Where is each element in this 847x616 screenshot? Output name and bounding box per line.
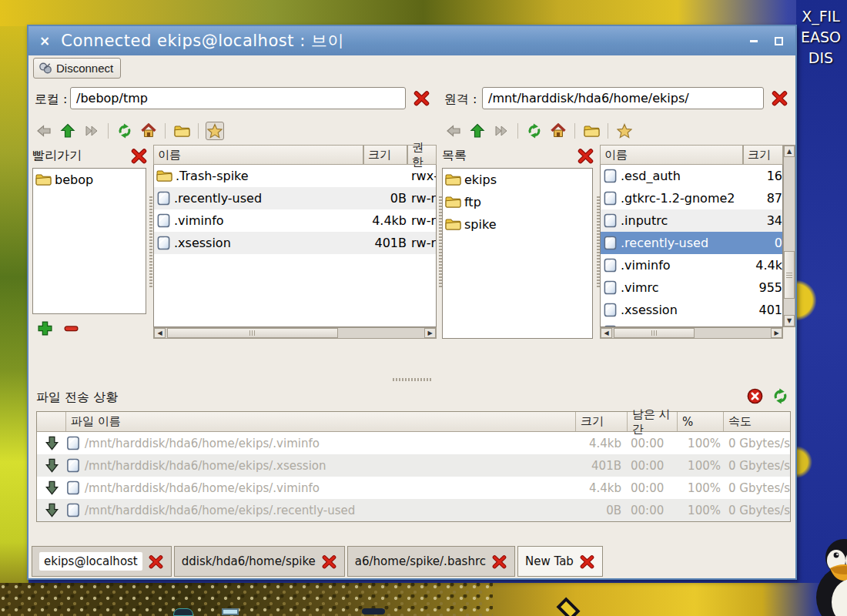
- bookmark-toggle-button[interactable]: [206, 122, 224, 140]
- file-name: .xsession: [621, 303, 748, 317]
- back-arrow-icon: [446, 123, 461, 139]
- column-header-perm[interactable]: 권한: [407, 145, 437, 165]
- column-header-speed[interactable]: 속도: [724, 412, 790, 431]
- transfer-row[interactable]: /mnt/harddisk/hda6/home/ekips/.recently-…: [37, 499, 790, 521]
- scroll-down-icon[interactable]: ▼: [784, 315, 795, 326]
- column-header-percent[interactable]: %: [678, 412, 724, 431]
- refresh-button[interactable]: [116, 122, 134, 140]
- file-icon: [603, 280, 618, 295]
- tab-close-icon[interactable]: [579, 554, 595, 569]
- titlebar[interactable]: × Connected ekips@localhost : 브이: [28, 26, 795, 55]
- local-path-input[interactable]: [70, 87, 406, 109]
- add-bookmark-button[interactable]: [37, 320, 53, 340]
- file-row[interactable]: .viminfo 4.4k: [601, 254, 782, 276]
- transfer-row[interactable]: /mnt/harddisk/hda6/home/ekips/.viminfo 4…: [37, 477, 790, 499]
- file-row[interactable]: .viminfo 4.4kb rw-r: [154, 209, 436, 232]
- taskbar-icon[interactable]: [362, 608, 385, 614]
- file-row[interactable]: .gtkrc-1.2-gnome2 87: [601, 187, 782, 209]
- directory-item[interactable]: spike: [443, 213, 592, 236]
- refresh-button[interactable]: [525, 122, 544, 140]
- taskbar-icon[interactable]: [222, 608, 239, 615]
- transfer-row[interactable]: /mnt/harddisk/hda6/home/ekips/.viminfo 4…: [37, 432, 790, 454]
- back-button[interactable]: [35, 122, 53, 140]
- scroll-right-icon[interactable]: ▶: [771, 328, 782, 338]
- cancel-transfer-button[interactable]: [747, 388, 763, 407]
- window-minimize-icon[interactable]: [750, 40, 758, 42]
- up-button[interactable]: [468, 122, 487, 140]
- horizontal-scrollbar[interactable]: ◀ ▶: [600, 327, 783, 339]
- file-row-partial[interactable]: [601, 321, 782, 327]
- taskbar-icon[interactable]: [173, 608, 193, 616]
- tab-session-3[interactable]: a6/home/spike/.bashrc: [347, 546, 515, 577]
- back-button[interactable]: [444, 122, 463, 140]
- horizontal-scrollbar[interactable]: ◀ ▶: [153, 327, 437, 339]
- bookmarks-close-icon[interactable]: [130, 148, 148, 164]
- up-button[interactable]: [59, 122, 77, 140]
- desktop-icon-label[interactable]: X_FIL EASO DIS: [798, 6, 844, 69]
- file-row[interactable]: .esd_auth 16: [601, 165, 782, 187]
- remove-bookmark-button[interactable]: [63, 320, 79, 340]
- new-folder-button[interactable]: [582, 122, 601, 140]
- file-row-selected[interactable]: .recently-used 0: [601, 232, 782, 254]
- tab-new[interactable]: New Tab: [517, 546, 603, 577]
- column-header-filename[interactable]: 파일 이름: [66, 412, 576, 431]
- tab-close-icon[interactable]: [321, 554, 337, 569]
- column-header-blank[interactable]: [37, 412, 66, 431]
- file-row[interactable]: .xsession 401: [601, 299, 782, 321]
- file-icon: [66, 480, 80, 495]
- vertical-scrollbar[interactable]: ▲ ▼: [783, 145, 795, 327]
- window-close-icon[interactable]: ×: [39, 33, 50, 49]
- home-button[interactable]: [139, 122, 158, 140]
- column-header-time-left[interactable]: 남은 시간: [628, 412, 678, 431]
- column-header-name[interactable]: 이름: [600, 145, 743, 165]
- transfer-speed: 0 Gbytes/s: [724, 481, 790, 495]
- remote-file-list: 이름 크기 .esd_auth 16 .gtkrc-1.2-gnome2 87 …: [600, 145, 795, 339]
- column-header-size[interactable]: 크기: [743, 145, 783, 165]
- file-row[interactable]: .Trash-spike rwx-: [154, 165, 436, 187]
- remote-path-clear-icon[interactable]: [771, 90, 788, 106]
- scroll-left-icon[interactable]: ◀: [154, 328, 166, 338]
- tab-session-2[interactable]: ddisk/hda6/home/spike: [174, 546, 345, 577]
- tab-close-icon[interactable]: [491, 554, 507, 569]
- remote-path-input[interactable]: [482, 87, 764, 109]
- scroll-right-icon[interactable]: ▶: [424, 328, 436, 338]
- window-maximize-icon[interactable]: [775, 37, 783, 45]
- local-path-clear-icon[interactable]: [413, 90, 430, 106]
- directory-item[interactable]: ftp: [443, 191, 592, 213]
- bookmark-toggle-button[interactable]: [615, 122, 634, 140]
- column-header-size[interactable]: 크기: [363, 145, 407, 165]
- bookmarks-pane: 빨리가기 bebop: [32, 145, 148, 339]
- toolbar-separator: [165, 123, 166, 139]
- column-header-name[interactable]: 이름: [153, 145, 363, 165]
- file-row[interactable]: .vimrc 955: [601, 276, 782, 299]
- tab-session-1[interactable]: ekips@localhost: [32, 546, 172, 577]
- up-arrow-icon: [60, 123, 75, 139]
- tab-close-icon[interactable]: [148, 554, 164, 569]
- forward-button[interactable]: [492, 122, 511, 140]
- directory-name: spike: [464, 217, 592, 232]
- directory-list-close-icon[interactable]: [577, 148, 594, 164]
- bookmarks-list[interactable]: bebop: [32, 168, 146, 314]
- scroll-up-icon[interactable]: ▲: [784, 146, 795, 157]
- disconnect-button[interactable]: Disconnect: [33, 58, 121, 79]
- transfer-file: /mnt/harddisk/hda6/home/ekips/.viminfo: [85, 437, 320, 450]
- directory-item[interactable]: ekips: [443, 169, 592, 191]
- transfer-row[interactable]: /mnt/harddisk/hda6/home/ekips/.xsession …: [37, 454, 790, 477]
- pane-resize-grip[interactable]: [148, 196, 153, 287]
- file-row[interactable]: .xsession 401B rw-r: [154, 232, 436, 254]
- file-perm: rwx-: [407, 169, 436, 183]
- refresh-transfer-button[interactable]: [772, 388, 788, 407]
- forward-button[interactable]: [82, 122, 101, 140]
- pane-resize-grip-horizontal[interactable]: [393, 377, 433, 382]
- file-row[interactable]: .recently-used 0B rw-r: [154, 187, 436, 209]
- home-button[interactable]: [549, 122, 567, 140]
- scroll-left-icon[interactable]: ◀: [601, 328, 612, 338]
- transfer-time: 00:00: [628, 437, 678, 450]
- transfer-file: /mnt/harddisk/hda6/home/ekips/.xsession: [85, 459, 326, 473]
- directory-name: ekips: [464, 172, 592, 187]
- column-header-size[interactable]: 크기: [576, 412, 628, 431]
- file-row[interactable]: .inputrc 34: [601, 209, 782, 232]
- directory-list[interactable]: ekips ftp spike: [442, 168, 593, 339]
- new-folder-button[interactable]: [172, 122, 191, 140]
- bookmark-item[interactable]: bebop: [33, 169, 146, 191]
